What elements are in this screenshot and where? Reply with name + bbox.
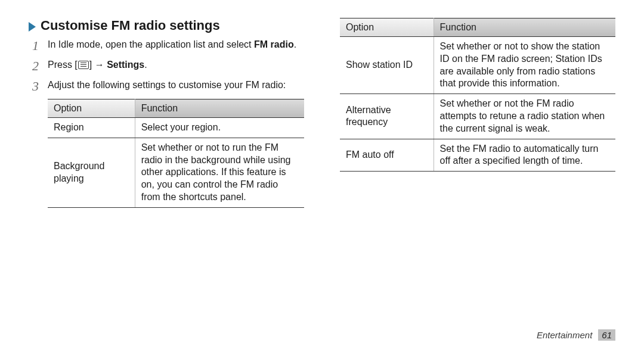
table-header-function: Function [135, 99, 304, 118]
step-2: 2 Press [] → Settings. [32, 58, 304, 73]
page-footer: Entertainment 61 [537, 329, 615, 341]
option-cell: Region [48, 118, 135, 138]
page: Customise FM radio settings 1 In Idle mo… [0, 0, 644, 349]
settings-table-left: Option Function Region Select your regio… [48, 99, 304, 208]
step-body: Adjust the following settings to customi… [48, 79, 304, 92]
step-text: In Idle mode, open the application list … [48, 39, 254, 49]
table-row: Region Select your region. [48, 118, 304, 138]
section-heading-row: Customise FM radio settings [29, 18, 304, 33]
function-cell: Set whether or not to show the station I… [434, 37, 615, 94]
function-cell: Set whether or not to run the FM radio i… [135, 138, 304, 207]
table-header-function: Function [434, 18, 615, 37]
step-text: Press [ [48, 60, 78, 70]
step-1: 1 In Idle mode, open the application lis… [32, 38, 304, 52]
right-column: Option Function Show station ID Set whet… [340, 18, 615, 208]
option-cell: Show station ID [340, 37, 434, 94]
table-header-row: Option Function [48, 99, 304, 118]
step-bold: FM radio [254, 39, 294, 49]
option-cell: Background playing [48, 138, 135, 207]
option-cell: Alternative frequency [340, 94, 434, 139]
step-number: 2 [32, 58, 48, 73]
step-text: ] → [89, 60, 107, 70]
step-text: . [144, 60, 147, 70]
table-row: Background playing Set whether or not to… [48, 138, 304, 207]
table-header-row: Option Function [340, 18, 615, 37]
step-body: In Idle mode, open the application list … [48, 38, 304, 51]
footer-page-number: 61 [598, 329, 615, 341]
footer-section: Entertainment [537, 330, 592, 340]
settings-table-right: Option Function Show station ID Set whet… [340, 18, 615, 172]
left-column: Customise FM radio settings 1 In Idle mo… [29, 18, 304, 208]
step-text: Adjust the following settings to customi… [48, 80, 286, 90]
table-row: Show station ID Set whether or not to sh… [340, 37, 615, 94]
step-text: . [294, 39, 296, 49]
table-header-option: Option [48, 99, 135, 118]
table-row: Alternative frequency Set whether or not… [340, 94, 615, 139]
step-bold: Settings [107, 60, 144, 70]
step-number: 3 [32, 79, 48, 93]
function-cell: Set the FM radio to automatically turn o… [434, 139, 615, 172]
table-header-option: Option [340, 18, 434, 37]
function-cell: Select your region. [135, 118, 304, 138]
option-cell: FM auto off [340, 139, 434, 172]
chevron-right-icon [29, 22, 36, 32]
menu-key-icon [78, 61, 89, 69]
two-column-layout: Customise FM radio settings 1 In Idle mo… [29, 18, 615, 208]
step-number: 1 [32, 38, 48, 52]
settings-table-left-wrap: Option Function Region Select your regio… [48, 99, 304, 208]
function-cell: Set whether or not the FM radio attempts… [434, 94, 615, 139]
section-heading: Customise FM radio settings [41, 18, 220, 33]
table-row: FM auto off Set the FM radio to automati… [340, 139, 615, 172]
steps-list: 1 In Idle mode, open the application lis… [29, 38, 304, 93]
step-3: 3 Adjust the following settings to custo… [32, 79, 304, 93]
step-body: Press [] → Settings. [48, 58, 304, 71]
